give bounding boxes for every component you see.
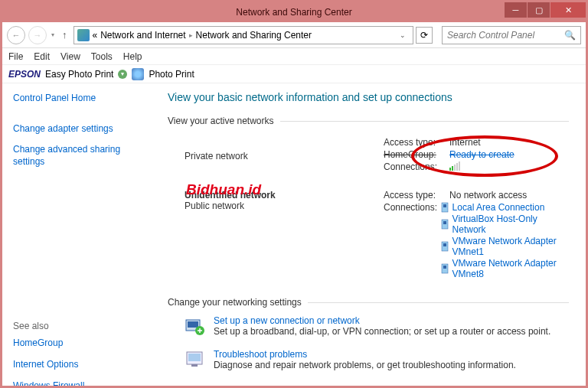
homegroup-label: HomeGroup: (384, 149, 449, 160)
forward-button[interactable]: → (28, 26, 47, 44)
photo-print-icon (132, 68, 144, 80)
sidebar-homegroup[interactable]: HomeGroup (13, 337, 152, 350)
network-block-private: Private network Access type: Internet Ho… (185, 137, 569, 174)
control-panel-icon (77, 29, 90, 41)
troubleshoot-icon (185, 349, 206, 370)
epson-toolbar: EPSON Easy Photo Print ▾ Photo Print (2, 65, 586, 83)
setup-connection-icon (185, 315, 206, 337)
svg-rect-14 (188, 321, 198, 328)
network-block-unidentified: Unidentified network Public network Acce… (185, 190, 569, 282)
connection-link[interactable]: VMware Network Adapter VMnet1 (452, 236, 569, 257)
ethernet-icon (440, 219, 449, 230)
svg-rect-0 (449, 168, 451, 171)
divider (308, 302, 569, 303)
menu-edit[interactable]: Edit (34, 51, 50, 62)
menu-tools[interactable]: Tools (91, 51, 113, 62)
search-input[interactable] (447, 30, 564, 41)
network-name: Unidentified network (185, 190, 384, 201)
svg-rect-2 (454, 165, 456, 171)
back-button[interactable]: ← (7, 26, 25, 44)
search-icon: 🔍 (564, 30, 576, 41)
svg-rect-8 (443, 221, 446, 224)
troubleshoot-problems[interactable]: Troubleshoot problems Diagnose and repai… (185, 349, 569, 370)
ethernet-icon (440, 241, 449, 252)
network-type: Public network (185, 201, 384, 211)
connection-link[interactable]: VirtualBox Host-Only Network (452, 214, 569, 235)
epson-dropdown-icon[interactable]: ▾ (118, 70, 127, 79)
epson-easy-photo-print[interactable]: Easy Photo Print (45, 69, 113, 80)
breadcrumb-chevron: « (93, 30, 98, 41)
connections-label: Connections: (384, 202, 440, 280)
access-type-value: Internet (449, 137, 481, 148)
up-button[interactable]: ↑ (59, 29, 70, 41)
maximize-button[interactable]: ▢ (528, 2, 550, 18)
chevron-right-icon: ▸ (189, 31, 193, 39)
svg-rect-3 (456, 163, 458, 171)
menu-help[interactable]: Help (123, 51, 142, 62)
breadcrumb-dropdown-icon[interactable]: ⌄ (396, 31, 410, 39)
access-type-value: No network access (449, 190, 527, 201)
setup-new-connection[interactable]: Set up a new connection or network Set u… (185, 315, 569, 337)
access-type-label: Access type: (384, 190, 449, 201)
homegroup-value[interactable]: Ready to create (449, 149, 514, 160)
epson-brand: EPSON (8, 69, 41, 80)
setup-connection-title[interactable]: Set up a new connection or network (214, 315, 550, 326)
setup-connection-desc: Set up a broadband, dial-up, or VPN conn… (214, 326, 550, 337)
epson-photo-print[interactable]: Photo Print (149, 69, 194, 80)
minimize-button[interactable]: ─ (505, 2, 527, 18)
menu-file[interactable]: File (8, 51, 23, 62)
svg-rect-10 (443, 243, 446, 246)
troubleshoot-desc: Diagnose and repair network problems, or… (214, 360, 516, 370)
page-heading: View your basic network information and … (168, 91, 569, 103)
refresh-button[interactable]: ⟳ (416, 27, 433, 44)
see-also-label: See also (13, 321, 152, 331)
sidebar-control-panel-home[interactable]: Control Panel Home (13, 93, 152, 105)
sidebar: Control Panel Home Change adapter settin… (2, 83, 163, 386)
titlebar: Network and Sharing Center ─ ▢ ✕ (2, 2, 586, 22)
breadcrumb-item-network[interactable]: Network and Internet (100, 30, 185, 41)
change-settings-label: Change your networking settings (168, 297, 302, 308)
svg-rect-1 (452, 166, 453, 171)
close-button[interactable]: ✕ (550, 2, 586, 18)
network-type: Private network (185, 151, 384, 161)
window-title: Network and Sharing Center (236, 7, 351, 18)
ethernet-icon (440, 263, 449, 274)
sidebar-windows-firewall[interactable]: Windows Firewall (13, 380, 152, 386)
svg-rect-17 (188, 354, 201, 361)
connections-value[interactable] (449, 161, 460, 173)
breadcrumb[interactable]: « Network and Internet ▸ Network and Sha… (74, 26, 414, 44)
breadcrumb-item-sharing[interactable]: Network and Sharing Center (196, 30, 312, 41)
connection-link[interactable]: VMware Network Adapter VMnet8 (452, 258, 569, 279)
search-box[interactable]: 🔍 (442, 26, 581, 44)
active-networks-label: View your active networks (168, 116, 274, 126)
connections-label: Connections: (384, 161, 449, 173)
svg-rect-6 (443, 204, 446, 207)
svg-rect-12 (443, 266, 446, 269)
svg-rect-18 (191, 364, 198, 367)
sidebar-internet-options[interactable]: Internet Options (13, 359, 152, 371)
sidebar-change-advanced[interactable]: Change advanced sharing settings (13, 144, 152, 168)
troubleshoot-title[interactable]: Troubleshoot problems (214, 349, 516, 360)
ethernet-icon (440, 202, 449, 213)
menu-view[interactable]: View (60, 51, 80, 62)
connection-link[interactable]: Local Area Connection (452, 202, 545, 213)
wifi-signal-icon (449, 161, 460, 171)
address-bar: ← → ▾ ↑ « Network and Internet ▸ Network… (2, 22, 586, 48)
main-content: View your basic network information and … (163, 83, 586, 386)
access-type-label: Access type: (384, 137, 449, 148)
svg-rect-4 (459, 161, 460, 171)
divider (280, 121, 569, 122)
history-dropdown-icon[interactable]: ▾ (50, 31, 56, 38)
menubar: File Edit View Tools Help (2, 48, 586, 65)
sidebar-change-adapter[interactable]: Change adapter settings (13, 123, 152, 135)
